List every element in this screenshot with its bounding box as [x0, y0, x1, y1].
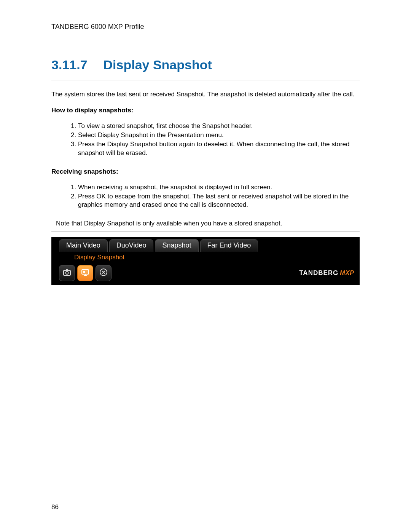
receiving-step: Press OK to escape from the snapshot. Th…	[78, 192, 360, 209]
receiving-step: When receiving a snapshot, the snapshot …	[78, 183, 360, 192]
page-number: 86	[51, 503, 59, 511]
tab-duovideo[interactable]: DuoVideo	[109, 239, 154, 252]
svg-point-4	[83, 271, 85, 273]
brand-name: TANDBERG	[299, 269, 338, 277]
tab-far-end-video[interactable]: Far End Video	[200, 239, 258, 252]
tab-snapshot[interactable]: Snapshot	[155, 239, 198, 252]
svg-point-1	[66, 272, 68, 274]
howto-step: Select Display Snapshot in the Presentat…	[78, 131, 360, 139]
section-title: Display Snapshot	[104, 58, 212, 72]
display-snapshot-button[interactable]	[77, 265, 93, 281]
section-heading: 3.11.7Display Snapshot	[51, 58, 360, 72]
howto-step: To view a stored snapshot, first choose …	[78, 122, 360, 130]
howto-step: Press the Display Snapshot button again …	[78, 140, 360, 157]
intro-paragraph: The system stores the last sent or recei…	[51, 90, 360, 98]
svg-rect-0	[64, 270, 70, 275]
tab-bar: Main Video DuoVideo Snapshot Far End Vid…	[51, 237, 360, 252]
brand-logo: TANDBERG MXP	[299, 269, 354, 277]
take-snapshot-button[interactable]	[59, 265, 75, 281]
divider	[51, 80, 360, 80]
receiving-heading: Receiving snapshots:	[51, 168, 360, 176]
close-icon	[99, 268, 108, 278]
close-button[interactable]	[96, 265, 112, 281]
section-number: 3.11.7	[51, 58, 88, 72]
presentation-menu-screenshot: Main Video DuoVideo Snapshot Far End Vid…	[51, 237, 360, 285]
divider	[51, 231, 360, 232]
note-paragraph: Note that Display Snapshot is only avail…	[56, 220, 360, 227]
howto-heading: How to display snapshots:	[51, 107, 360, 114]
camera-icon	[62, 268, 72, 278]
product-header: TANDBERG 6000 MXP Profile	[51, 23, 360, 31]
howto-steps: To view a stored snapshot, first choose …	[51, 122, 360, 157]
tab-main-video[interactable]: Main Video	[59, 239, 108, 252]
submenu-label: Display Snapshot	[51, 252, 360, 264]
receiving-steps: When receiving a snapshot, the snapshot …	[51, 183, 360, 209]
brand-suffix: MXP	[340, 270, 354, 276]
icon-row: TANDBERG MXP	[51, 264, 360, 285]
display-snapshot-icon	[81, 268, 90, 278]
